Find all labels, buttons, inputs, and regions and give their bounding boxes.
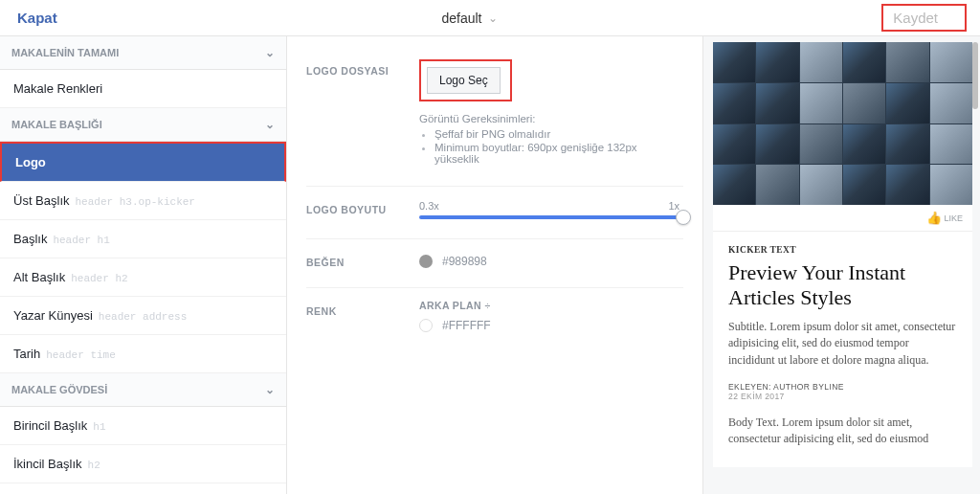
scrollbar[interactable] [972, 42, 978, 109]
label-logo-file: LOGO DOSYASI [306, 59, 402, 77]
sidebar-item-logo[interactable]: Logo [0, 142, 286, 182]
preview-pane: 👍 LIKE KICKER TEXT Preview Your Instant … [702, 36, 980, 494]
sidebar-item-subtitle[interactable]: Alt Başlık header h2 [0, 258, 286, 297]
label-color: RENK [306, 300, 402, 317]
sidebar: MAKALENİN TAMAMI ⌄ Makale Renkleri MAKAL… [0, 36, 287, 494]
field-logo-file: LOGO DOSYASI Logo Seç Görüntü Gereksinim… [306, 48, 683, 187]
sidebar-item-date[interactable]: Tarih header time [0, 335, 286, 373]
style-name: default [441, 11, 481, 26]
image-requirements: Görüntü Gereksinimleri: Şeffaf bir PNG o… [419, 113, 683, 165]
preview-body-text: Body Text. Lorem ipsum dolor sit amet, c… [728, 415, 957, 448]
preview-card: 👍 LIKE KICKER TEXT Preview Your Instant … [713, 42, 972, 467]
slider-thumb[interactable] [676, 210, 691, 225]
chevron-down-icon: ⌄ [265, 383, 275, 396]
slider-track[interactable] [419, 215, 683, 219]
app-root: Kapat default ⌄ Kaydet MAKALENİN TAMAMI … [0, 0, 980, 494]
sidebar-section-article-header[interactable]: MAKALE BAŞLIĞI ⌄ [0, 108, 286, 142]
preview-kicker: KICKER TEXT [728, 245, 957, 255]
like-color-picker[interactable]: #989898 [419, 255, 683, 268]
settings-panel: LOGO DOSYASI Logo Seç Görüntü Gereksinim… [287, 36, 702, 494]
field-logo-size: LOGO BOYUTU 0.3x 1x [306, 187, 683, 239]
chevron-down-icon: ⌄ [265, 118, 275, 131]
sidebar-item-body-text[interactable]: Gövde Metni p [0, 483, 286, 494]
style-selector[interactable]: default ⌄ [441, 11, 497, 26]
label-like: BEĞEN [306, 251, 402, 268]
sidebar-item-secondary-heading[interactable]: İkincil Başlık h2 [0, 445, 286, 483]
choose-logo-highlight: Logo Seç [419, 59, 512, 101]
like-button[interactable]: 👍 LIKE [713, 205, 972, 225]
label-background: ARKA PLAN ÷ [419, 300, 683, 311]
chevron-down-icon: ⌄ [488, 11, 498, 25]
sidebar-item-author-byline[interactable]: Yazar Künyesi header address [0, 297, 286, 335]
sidebar-item-title[interactable]: Başlık header h1 [0, 220, 286, 258]
close-button[interactable]: Kapat [17, 10, 57, 26]
chevron-down-icon: ⌄ [265, 46, 275, 59]
sidebar-section-article-body[interactable]: MAKALE GÖVDESİ ⌄ [0, 373, 286, 407]
label-logo-size: LOGO BOYUTU [306, 198, 402, 215]
choose-logo-button[interactable]: Logo Seç [427, 67, 501, 94]
topbar: Kapat default ⌄ Kaydet [0, 0, 980, 36]
field-like-color: BEĞEN #989898 [306, 239, 683, 288]
sidebar-section-whole-article[interactable]: MAKALENİN TAMAMI ⌄ [0, 36, 286, 70]
color-swatch-icon [419, 319, 433, 332]
thumb-up-icon: 👍 [926, 211, 942, 225]
save-button[interactable]: Kaydet [881, 4, 967, 32]
preview-byline: EKLEYEN: AUTHOR BYLINE 22 EKİM 2017 [728, 382, 957, 401]
preview-hero-image [713, 42, 972, 205]
sidebar-item-primary-heading[interactable]: Birincil Başlık h1 [0, 407, 286, 445]
logo-size-slider[interactable]: 0.3x 1x [419, 198, 683, 219]
preview-subtitle: Subtitle. Lorem ipsum dolor sit amet, co… [728, 319, 957, 369]
background-color-picker[interactable]: #FFFFFF [419, 319, 683, 332]
sidebar-item-kicker[interactable]: Üst Başlık header h3.op-kicker [0, 182, 286, 220]
color-swatch-icon [419, 255, 433, 268]
sidebar-item-article-colors[interactable]: Makale Renkleri [0, 70, 286, 108]
preview-title: Preview Your Instant Articles Styles [728, 260, 957, 311]
field-color: RENK ARKA PLAN ÷ #FFFFFF [306, 288, 683, 351]
main: MAKALENİN TAMAMI ⌄ Makale Renkleri MAKAL… [0, 36, 980, 494]
